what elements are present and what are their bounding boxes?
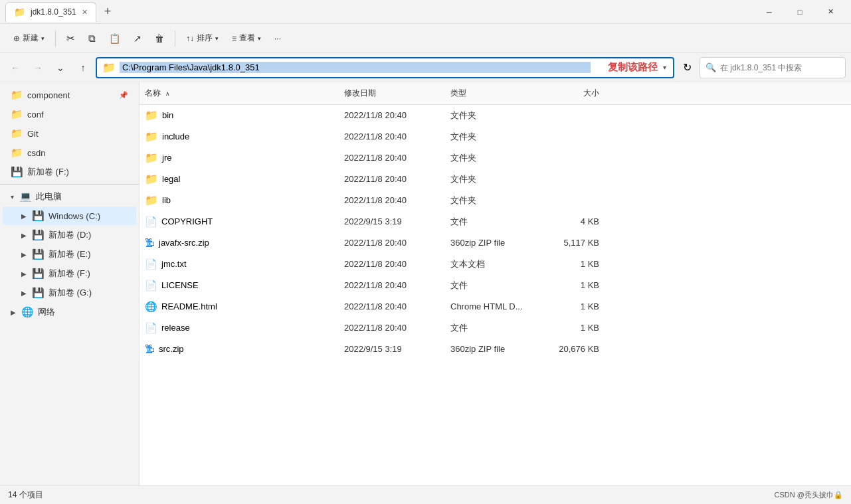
file-cell-size: 4 KB [538,214,605,228]
file-cell-name: 📁 jre [140,149,339,166]
table-row[interactable]: 📄 release 2022/11/8 20:40 文件 1 KB [140,317,851,339]
file-cell-name: 📁 bin [140,107,339,124]
more-button[interactable]: ··· [269,31,286,46]
forward-button[interactable]: → [28,58,48,78]
share-button[interactable]: ↗ [128,31,147,46]
sidebar-item-label: 网络 [38,306,55,318]
new-label: 新建 [23,33,39,44]
recent-button[interactable]: ⌄ [50,58,70,78]
more-icon: ··· [274,34,281,43]
sidebar-item-conf[interactable]: 📁 conf [3,105,136,124]
file-area: 名称 ∧ 修改日期 类型 大小 📁 bin 2022/11/8 20:40 文件… [140,82,851,485]
view-icon: ≡ [232,34,236,43]
file-cell-type: 文件夹 [445,150,538,166]
network-icon: 🌐 [21,306,34,318]
file-cell-size: 1 KB [538,278,605,292]
minimize-button[interactable]: ─ [754,1,785,23]
folder-icon: 📁 [11,127,23,139]
table-row[interactable]: 📁 legal 2022/11/8 20:40 文件夹 [140,169,851,190]
file-cell-type: 文本文档 [445,256,538,272]
cut-icon: ✂ [66,33,75,44]
table-row[interactable]: 🗜 javafx-src.zip 2022/11/8 20:40 360zip … [140,232,851,254]
sidebar-item-g-drive[interactable]: ▶ 💾 新加卷 (G:) [3,284,136,302]
file-header: 名称 ∧ 修改日期 类型 大小 [140,82,851,105]
sidebar-item-windows-c[interactable]: ▶ 💾 Windows (C:) [3,207,136,225]
sidebar-item-e-drive[interactable]: ▶ 💾 新加卷 (E:) [3,245,136,264]
file-cell-size: 20,676 KB [538,342,605,356]
tab-close-button[interactable]: ✕ [82,8,88,17]
refresh-button[interactable]: ↻ [677,58,697,78]
file-cell-name: 📄 jmc.txt [140,256,339,272]
new-tab-button[interactable]: + [99,2,117,21]
table-row[interactable]: 📄 jmc.txt 2022/11/8 20:40 文本文档 1 KB [140,254,851,275]
drive-icon: 💾 [32,248,45,260]
table-row[interactable]: 📁 jre 2022/11/8 20:40 文件夹 [140,147,851,169]
new-button[interactable]: ⊕ 新建 ▾ [8,30,50,46]
expand-icon: ▾ [11,193,14,201]
delete-button[interactable]: 🗑 [149,31,169,46]
table-row[interactable]: 🗜 src.zip 2022/9/15 3:19 360zip ZIP file… [140,339,851,360]
tab-area: 📁 jdk1.8.0_351 ✕ + [5,2,754,22]
sidebar-item-git[interactable]: 📁 Git [3,124,136,143]
table-row[interactable]: 📄 LICENSE 2022/11/8 20:40 文件 1 KB [140,275,851,296]
file-cell-date: 2022/11/8 20:40 [339,151,445,165]
sidebar-item-component[interactable]: 📁 component 📌 [3,86,136,104]
sidebar-item-this-pc[interactable]: ▾ 💻 此电脑 [3,187,136,206]
copy-button[interactable]: ⧉ [83,30,101,47]
file-cell-date: 2022/9/15 3:19 [339,214,445,228]
up-button[interactable]: ↑ [73,58,93,78]
paste-button[interactable]: 📋 [104,31,126,46]
cut-button[interactable]: ✂ [61,30,80,47]
active-tab[interactable]: 📁 jdk1.8.0_351 ✕ [5,2,96,22]
col-header-type[interactable]: 类型 [445,85,538,102]
nav-bar: ← → ⌄ ↑ 📁 C:\Program Files\Java\jdk1.8.0… [0,53,851,82]
view-button[interactable]: ≡ 查看 ▾ [227,30,266,46]
drive-icon: 💾 [32,210,45,222]
sort-button[interactable]: ↑↓ 排序 ▾ [181,30,224,46]
folder-icon: 📁 [145,173,158,185]
folder-icon: 📁 [145,194,158,207]
sidebar: 📁 component 📌 📁 conf 📁 Git 📁 csdn 💾 新加卷 … [0,82,140,485]
sidebar-item-label: 新加卷 (F:) [27,166,69,178]
file-cell-name: 📁 include [140,128,339,145]
file-icon: 📄 [145,280,157,292]
file-cell-size [538,156,605,160]
file-cell-name: 📁 lib [140,192,339,209]
table-row[interactable]: 📄 COPYRIGHT 2022/9/15 3:19 文件 4 KB [140,211,851,232]
folder-icon: 📁 [145,151,158,164]
file-cell-name: 🗜 src.zip [140,341,339,357]
file-cell-name: 🌐 README.html [140,299,339,315]
search-bar[interactable]: 🔍 [700,57,846,78]
col-header-name[interactable]: 名称 ∧ [140,85,339,102]
file-cell-date: 2022/11/8 20:40 [339,321,445,335]
table-row[interactable]: 📁 lib 2022/11/8 20:40 文件夹 [140,190,851,211]
col-header-date[interactable]: 修改日期 [339,85,445,102]
table-row[interactable]: 📁 bin 2022/11/8 20:40 文件夹 [140,105,851,126]
sidebar-item-network[interactable]: ▶ 🌐 网络 [3,303,136,321]
sidebar-item-label: Git [27,129,39,139]
sidebar-item-csdn[interactable]: 📁 csdn [3,143,136,162]
file-cell-size: 5,117 KB [538,236,605,250]
main-layout: 📁 component 📌 📁 conf 📁 Git 📁 csdn 💾 新加卷 … [0,82,851,485]
close-button[interactable]: ✕ [815,1,846,23]
sidebar-item-f-drive[interactable]: 💾 新加卷 (F:) [3,163,136,181]
file-name: LICENSE [161,280,199,290]
search-icon: 🔍 [706,62,716,72]
table-row[interactable]: 📁 include 2022/11/8 20:40 文件夹 [140,126,851,147]
maximize-button[interactable]: □ [785,1,815,23]
path-dropdown-button[interactable]: ▾ [662,62,668,72]
item-count: 14 个项目 [8,489,43,501]
sidebar-item-f-drive2[interactable]: ▶ 💾 新加卷 (F:) [3,264,136,283]
search-input[interactable] [720,63,840,72]
file-cell-name: 📄 LICENSE [140,278,339,294]
back-button[interactable]: ← [5,58,25,78]
expand-icon: ▶ [21,232,27,239]
file-cell-date: 2022/11/8 20:40 [339,172,445,186]
col-name-label: 名称 [145,88,161,98]
drive-icon: 💾 [32,287,45,299]
sidebar-item-label: conf [27,110,44,120]
sidebar-item-d-drive[interactable]: ▶ 💾 新加卷 (D:) [3,226,136,244]
table-row[interactable]: 🌐 README.html 2022/11/8 20:40 Chrome HTM… [140,296,851,317]
col-header-size[interactable]: 大小 [538,85,605,102]
path-bar[interactable]: 📁 C:\Program Files\Java\jdk1.8.0_351 复制该… [96,57,674,78]
